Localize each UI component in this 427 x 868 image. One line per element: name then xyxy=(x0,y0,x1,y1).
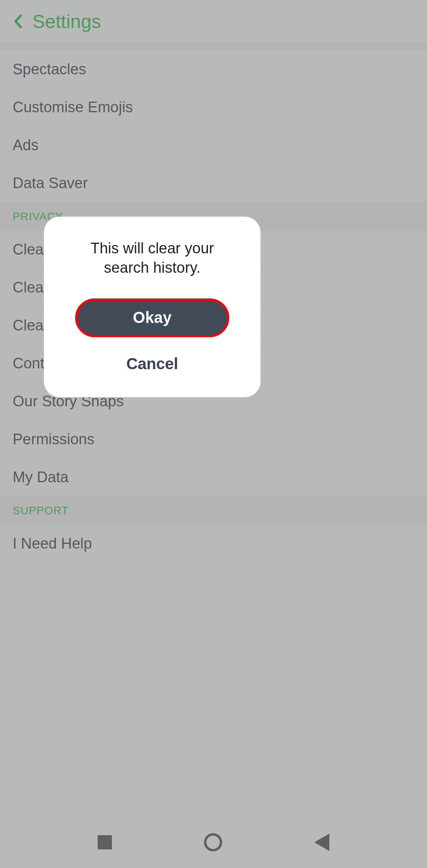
back-nav-button[interactable] xyxy=(314,834,329,851)
recent-apps-button[interactable] xyxy=(98,835,112,849)
modal-message: This will clear your search history. xyxy=(68,239,237,278)
cancel-button[interactable]: Cancel xyxy=(75,348,229,380)
home-button[interactable] xyxy=(204,833,222,851)
cancel-button-label: Cancel xyxy=(126,355,178,373)
confirmation-modal: This will clear your search history. Oka… xyxy=(44,217,261,397)
android-nav-bar xyxy=(0,817,427,868)
modal-overlay: This will clear your search history. Oka… xyxy=(0,0,427,868)
okay-button[interactable]: Okay xyxy=(75,298,229,337)
okay-button-label: Okay xyxy=(133,309,172,326)
